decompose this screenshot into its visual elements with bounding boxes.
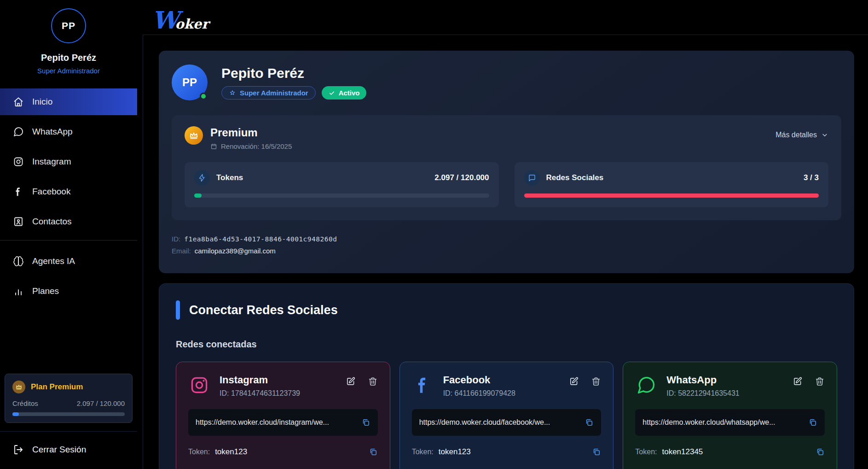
facebook-icon: [13, 186, 24, 197]
redes-progress-fill: [524, 193, 819, 198]
plan-renewal: Renovación: 16/5/2025: [221, 142, 292, 150]
bolt-icon: [194, 170, 210, 186]
token-label: Token:: [188, 448, 210, 456]
status-badge: Activo: [322, 86, 367, 100]
credits-value: 2.097 / 120.000: [77, 399, 125, 407]
sidebar-item-label: Planes: [32, 286, 59, 296]
crown-icon: [185, 126, 203, 145]
logout-label: Cerrar Sesión: [32, 445, 86, 455]
avatar-initials: PP: [62, 20, 75, 31]
delete-icon[interactable]: [368, 376, 378, 387]
redes-progress-track: [524, 193, 819, 198]
whatsapp-icon: [13, 126, 24, 137]
main-content: PP Pepito Peréz Super Administrador: [143, 35, 868, 469]
logo-rest: oker: [175, 16, 208, 32]
status-badge-label: Activo: [339, 89, 360, 97]
sidebar-item-instagram[interactable]: Instagram: [0, 150, 137, 173]
tokens-progress-fill: [194, 193, 202, 198]
app-logo[interactable]: Woker: [152, 10, 209, 32]
sidebar-item-label: Facebook: [32, 187, 70, 197]
token-value: token123: [439, 447, 471, 457]
home-icon: [13, 96, 24, 107]
whatsapp-icon: [635, 374, 657, 396]
user-email-value: camilopaz389@gmail.com: [195, 247, 276, 255]
delete-icon[interactable]: [815, 376, 825, 387]
user-id-label: ID:: [172, 235, 180, 243]
sidebar-item-contactos[interactable]: Contactos: [0, 210, 137, 233]
network-id: ID: 582212941635431: [666, 389, 739, 398]
token-label: Token:: [412, 448, 434, 456]
webhook-url: https://demo.woker.cloud/instagram/we...: [196, 418, 361, 427]
role-badge: Super Administrador: [221, 86, 316, 100]
plan-name: Premium: [210, 126, 292, 139]
network-name: Instagram: [220, 374, 268, 386]
token-value: token123: [215, 447, 247, 457]
logout-button[interactable]: Cerrar Sesión: [0, 432, 137, 469]
sidebar-item-facebook[interactable]: Facebook: [0, 180, 137, 203]
redes-stat-box: Redes Sociales 3 / 3: [515, 162, 829, 207]
sidebar-item-label: Inicio: [32, 97, 52, 107]
logout-icon: [13, 444, 24, 455]
sidebar-divider: [0, 240, 137, 240]
tokens-value: 2.097 / 120.000: [434, 173, 489, 182]
plan-panel: Premium Renovación: 16/5/2025 Más detall…: [172, 115, 841, 220]
copy-token-icon[interactable]: [369, 447, 378, 457]
whatsapp-card: WhatsApp ID: 582212941635431: [623, 362, 837, 469]
topbar: Woker: [143, 0, 868, 35]
network-id: ID: 17841474631123739: [220, 389, 300, 398]
redes-label: Redes Sociales: [546, 173, 604, 182]
profile-role: Super Administrador: [0, 67, 137, 75]
sidebar-item-planes[interactable]: Planes: [0, 280, 137, 303]
sidebar-item-inicio[interactable]: Inicio: [0, 88, 137, 115]
instagram-icon: [188, 374, 210, 396]
webhook-url: https://demo.woker.cloud/facebook/we...: [419, 418, 585, 427]
webhook-url-box: https://demo.woker.cloud/whatsapp/we...: [635, 409, 825, 436]
webhook-url-box: https://demo.woker.cloud/facebook/we...: [412, 409, 602, 436]
main-area: Woker PP Pepito Peréz: [143, 0, 868, 469]
chat-bubble-icon: [524, 170, 540, 186]
plan-premium-box: Plan Premium Créditos 2.097 / 120.000: [5, 374, 133, 423]
plan-box-title: Plan Premium: [31, 382, 83, 392]
title-accent-bar: [176, 300, 180, 320]
sidebar-nav: Inicio WhatsApp Instagram Facebook Conta…: [0, 88, 137, 310]
bar-chart-icon: [13, 286, 24, 297]
facebook-icon: [412, 374, 434, 396]
chevron-down-icon: [821, 131, 828, 139]
more-details-toggle[interactable]: Más detalles: [775, 131, 828, 139]
connected-networks-grid: Instagram ID: 17841474631123739: [176, 362, 837, 469]
facebook-card: Facebook ID: 641166199079428: [399, 362, 614, 469]
avatar: PP: [51, 8, 86, 43]
avatar-initials: PP: [182, 76, 197, 89]
copy-token-icon[interactable]: [816, 447, 825, 457]
token-value: token12345: [662, 447, 703, 457]
delete-icon[interactable]: [591, 376, 601, 387]
copy-url-icon[interactable]: [808, 418, 817, 427]
copy-url-icon[interactable]: [584, 418, 594, 427]
webhook-url: https://demo.woker.cloud/whatsapp/we...: [642, 418, 808, 427]
sidebar-profile: PP Pepito Peréz Super Administrador: [0, 0, 137, 75]
sidebar: PP Pepito Peréz Super Administrador Inic…: [0, 0, 137, 469]
copy-token-icon[interactable]: [592, 447, 601, 457]
user-id-value: f1ea8ba6-4d53-4017-8846-4001c948260d: [184, 235, 337, 243]
sidebar-item-agentes-ia[interactable]: Agentes IA: [0, 250, 137, 273]
online-status-dot: [200, 93, 207, 100]
copy-url-icon[interactable]: [361, 418, 370, 427]
network-name: Facebook: [443, 374, 491, 386]
user-email-label: Email:: [172, 247, 191, 255]
sidebar-item-label: Instagram: [32, 157, 71, 167]
avatar: PP: [172, 64, 208, 100]
section-title: Conectar Redes Sociales: [189, 303, 338, 317]
tokens-progress-track: [194, 193, 489, 198]
profile-header-card: PP Pepito Peréz Super Administrador: [159, 51, 854, 273]
section-subtitle: Redes conectadas: [176, 339, 837, 350]
edit-icon[interactable]: [346, 376, 356, 387]
edit-icon[interactable]: [569, 376, 579, 387]
role-badge-label: Super Administrador: [240, 89, 308, 97]
sidebar-item-whatsapp[interactable]: WhatsApp: [0, 120, 137, 143]
sidebar-item-label: Contactos: [32, 217, 72, 227]
edit-icon[interactable]: [793, 376, 803, 387]
webhook-url-box: https://demo.woker.cloud/instagram/we...: [188, 409, 378, 436]
instagram-card: Instagram ID: 17841474631123739: [176, 362, 390, 469]
token-label: Token:: [635, 448, 657, 456]
network-name: WhatsApp: [666, 374, 717, 386]
